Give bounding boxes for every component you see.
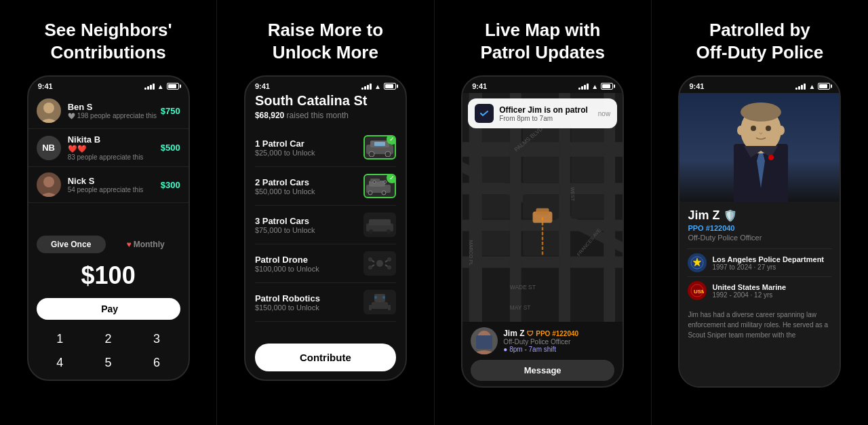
- numpad: 1 2 3 4 5 6: [28, 325, 189, 380]
- svg-rect-52: [571, 194, 604, 219]
- patrol-img-drone: [363, 251, 396, 276]
- officer-bio: Jim has had a diverse career spanning la…: [688, 310, 831, 340]
- numpad-key-2[interactable]: 2: [85, 328, 132, 350]
- svg-point-73: [768, 155, 774, 160]
- signal-bars-2: [361, 84, 372, 90]
- signal-bars-1: [144, 84, 155, 90]
- patrol-name-drone: Patrol Drone: [255, 255, 363, 265]
- status-time-1: 9:41: [38, 82, 53, 90]
- patrol-name-3: 3 Patrol Cars: [255, 216, 363, 226]
- signal-bar-4: [153, 84, 155, 90]
- give-once-button[interactable]: Give Once: [37, 236, 106, 253]
- neighbor-sub-ben: 🩶 198 people appreciate this: [68, 112, 161, 119]
- numpad-key-5[interactable]: 5: [85, 352, 132, 374]
- wifi-icon-2: ▲: [374, 83, 381, 90]
- officer-photo-area: [679, 93, 840, 202]
- battery-icon-1: [167, 83, 179, 90]
- unlocked-check-1: ✓: [387, 135, 396, 145]
- status-icons-1: ▲: [144, 83, 179, 90]
- neighbor-sub-nick: 54 people appreciate this: [68, 186, 161, 193]
- col4-title: Patrolled byOff-Duty Police: [696, 19, 823, 63]
- svg-rect-6: [374, 142, 385, 146]
- apple-pay-button[interactable]: Pay: [37, 298, 180, 320]
- numpad-key-6[interactable]: 6: [133, 352, 180, 374]
- wifi-icon-4: ▲: [808, 83, 815, 90]
- notification-toast: Officer Jim is on patrol From 8pm to 7am…: [468, 98, 617, 128]
- svg-text:WADE ST: WADE ST: [510, 284, 536, 291]
- lapd-years: 1997 to 2024 · 27 yrs: [712, 263, 824, 271]
- column-raise: Raise More toUnlock More 9:41 ▲ South Ca…: [216, 0, 433, 425]
- numpad-key-3[interactable]: 3: [133, 328, 180, 350]
- hearts-icon: ❤️❤️: [68, 145, 87, 153]
- shield-emoji: 🛡️: [724, 209, 737, 222]
- patrol-cost-1: $25,000 to Unlock: [255, 149, 363, 157]
- officer-info-map: Jim Z 🛡 PPO #122040 Off-Duty Police Offi…: [503, 329, 614, 353]
- patrol-img-robotics: [363, 290, 396, 314]
- patrol-item-drone: Patrol Drone $100,000 to Unlock: [255, 244, 396, 283]
- svg-rect-46: [482, 157, 510, 183]
- svg-point-74: [737, 126, 744, 135]
- svg-point-9: [368, 191, 372, 195]
- officer-name-text: Jim Z: [503, 329, 524, 338]
- patrol-icon: [475, 104, 494, 123]
- marine-org: United States Marine: [712, 283, 786, 291]
- patrol-info-drone: Patrol Drone $100,000 to Unlock: [255, 255, 363, 273]
- neighbor-appreciate-nikita: 83 people appreciate this: [68, 153, 161, 161]
- phone-1: 9:41 ▲: [27, 75, 190, 381]
- list-item: NB Nikita B ❤️❤️ 83 people appreciate th…: [28, 129, 189, 167]
- lapd-logo: [688, 253, 707, 272]
- numpad-key-1[interactable]: 1: [37, 328, 83, 350]
- svg-point-4: [369, 151, 374, 157]
- neighbor-info-nick: Nick S 54 people appreciate this: [68, 176, 161, 193]
- svg-point-13: [384, 181, 387, 183]
- officer-title-map: Off-Duty Police Officer: [503, 338, 614, 346]
- neighbor-amount-nikita: $500: [161, 143, 180, 153]
- signal-bar-2: [147, 86, 149, 90]
- status-bar-1: 9:41 ▲: [28, 77, 189, 93]
- officer-role: Off-Duty Police Officer: [688, 234, 831, 242]
- svg-point-70: [741, 103, 781, 122]
- officer-bottom-bar: Jim Z 🛡 PPO #122040 Off-Duty Police Offi…: [462, 322, 623, 360]
- list-item: Nick S 54 people appreciate this $300: [28, 167, 189, 203]
- svg-point-25: [368, 265, 372, 270]
- battery-icon-4: [818, 83, 830, 90]
- patrol-img-1: ✓: [363, 135, 396, 160]
- column-neighbors: See Neighbors'Contributions 9:41 ▲: [0, 0, 216, 425]
- svg-point-26: [387, 265, 391, 270]
- svg-point-17: [387, 229, 391, 234]
- status-bar-3: 9:41 ▲: [462, 77, 623, 93]
- service-lapd: Los Angeles Police Department 1997 to 20…: [688, 248, 831, 276]
- numpad-key-4[interactable]: 4: [37, 352, 83, 374]
- profile-card: Jim Z 🛡️ PPO #122040 Off-Duty Police Off…: [679, 202, 840, 386]
- column-map: Live Map withPatrol Updates 9:41 ▲: [434, 0, 651, 425]
- svg-point-18: [376, 260, 383, 267]
- patrol-item-2: 2 Patrol Cars $50,000 to Unlock: [255, 167, 396, 206]
- status-icons-3: ▲: [578, 83, 613, 90]
- svg-rect-53: [482, 231, 510, 255]
- svg-point-71: [751, 126, 756, 131]
- toast-time: now: [598, 110, 610, 117]
- patrol-img-2: ✓: [363, 174, 396, 198]
- svg-text:MARCO PL: MARCO PL: [468, 240, 474, 266]
- column-profile: Patrolled byOff-Duty Police 9:41 ▲: [651, 0, 868, 425]
- marine-years: 1992 - 2004 · 12 yrs: [712, 291, 786, 299]
- neighbor-name-ben: Ben S: [68, 102, 161, 112]
- svg-rect-49: [571, 157, 604, 183]
- patrol-info-1: 1 Patrol Car $25,000 to Unlock: [255, 138, 363, 157]
- contribute-button[interactable]: Contribute: [255, 344, 396, 371]
- heart-icon: ♥: [127, 240, 132, 249]
- phone-content-map: Officer Jim is on patrol From 8pm to 7am…: [462, 93, 623, 386]
- svg-text:WEST: WEST: [570, 187, 576, 201]
- col3-title: Live Map withPatrol Updates: [480, 19, 605, 63]
- neighbor-list: Ben S 🩶 198 people appreciate this $750 …: [28, 93, 189, 230]
- payment-controls: Give Once ♥Monthly $100 Pay: [28, 230, 189, 325]
- svg-point-75: [778, 126, 785, 135]
- message-button[interactable]: Message: [471, 360, 614, 381]
- monthly-button[interactable]: ♥Monthly: [111, 236, 180, 253]
- avatar-ben: [37, 98, 61, 123]
- status-time-3: 9:41: [472, 82, 487, 90]
- svg-rect-62: [536, 208, 549, 215]
- patrol-cost-drone: $100,000 to Unlock: [255, 265, 363, 273]
- raised-text: $68,920 raised this month: [255, 111, 396, 120]
- patrol-info-robotics: Patrol Robotics $150,000 to Unlock: [255, 293, 363, 312]
